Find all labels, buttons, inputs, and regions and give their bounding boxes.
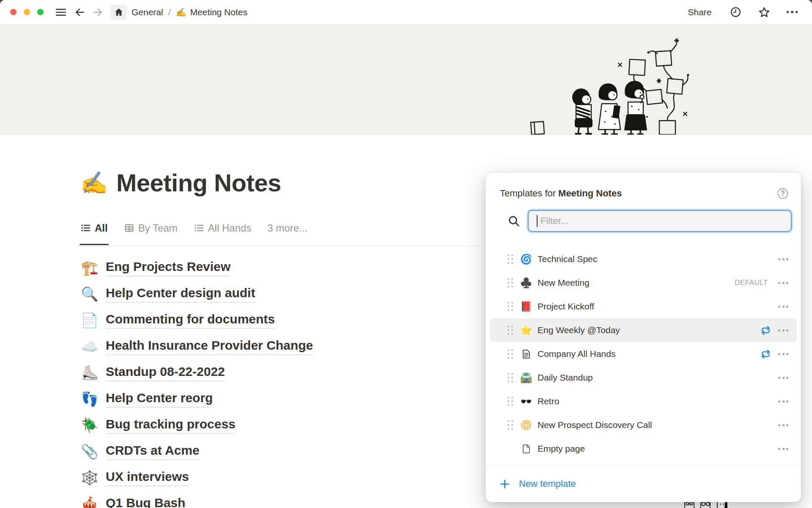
drag-handle-icon[interactable] (508, 302, 513, 311)
drag-handle-icon[interactable] (508, 326, 513, 335)
popover-title: Templates forMeeting Notes (500, 188, 622, 199)
template-icon: 📀 (520, 420, 532, 430)
page-link-item[interactable]: 🔍 Help Center design audit (80, 281, 255, 307)
row-more-options-icon[interactable] (778, 306, 788, 308)
filter-input[interactable] (528, 210, 792, 232)
sidebar-toggle-icon[interactable] (55, 6, 67, 19)
page-cover (0, 24, 812, 135)
table-view-icon (124, 223, 134, 233)
page-item-emoji-icon: 🔍 (80, 287, 99, 301)
page-link-item[interactable]: 🎪 Q1 Bug Bash (80, 491, 185, 508)
page-item-emoji-icon: 🪲 (80, 418, 99, 432)
page-link-item[interactable]: 👣 Help Center reorg (80, 386, 213, 412)
back-arrow-icon[interactable] (74, 6, 86, 18)
drag-handle-icon[interactable] (508, 278, 513, 287)
help-icon[interactable] (776, 187, 789, 200)
search-icon (508, 215, 520, 227)
row-more-options-icon[interactable] (778, 377, 788, 379)
minimize-button[interactable] (24, 9, 30, 15)
row-more-options-icon[interactable] (778, 353, 788, 355)
tab-all[interactable]: All (80, 222, 108, 234)
page-item-title: Bug tracking process (106, 417, 236, 434)
tab-all-hands[interactable]: All Hands (194, 222, 252, 234)
page-item-title: Health Insurance Provider Change (106, 338, 313, 355)
forward-arrow-icon[interactable] (92, 6, 104, 18)
template-row[interactable]: 📕 Project Kickoff (490, 295, 797, 318)
template-label: Technical Spec (538, 254, 778, 264)
page-link-item[interactable]: ☁️ Health Insurance Provider Change (80, 334, 313, 360)
template-row[interactable]: 🕶️ Retro (490, 389, 797, 413)
more-tabs-button[interactable]: 3 more... (267, 222, 307, 234)
window-titlebar: General / ✍️ Meeting Notes Share (0, 0, 812, 24)
page-link-item[interactable]: 📄 Commenting for documents (80, 307, 275, 334)
template-label: Retro (538, 396, 778, 406)
page-item-emoji-icon: 🎪 (80, 497, 99, 508)
page-item-title: Q1 Bug Bash (106, 496, 185, 508)
breadcrumb: General / ✍️ Meeting Notes (132, 7, 247, 17)
drag-handle-icon[interactable] (508, 373, 513, 382)
page-item-title: Standup 08-22-2022 (106, 364, 225, 381)
history-clock-icon[interactable] (730, 6, 742, 18)
page-link-item[interactable]: ⛸️ Standup 08-22-2022 (80, 360, 225, 386)
list-view-icon (194, 223, 204, 233)
breadcrumb-separator: / (167, 7, 172, 17)
drag-handle-icon[interactable] (508, 254, 513, 264)
page-item-title: UX interviews (106, 469, 189, 486)
template-row[interactable]: Company All Hands (490, 342, 797, 366)
text-caret (537, 215, 538, 227)
repeat-icon (760, 348, 771, 360)
template-row[interactable]: 🛣️ Daily Standup (490, 366, 797, 389)
share-button[interactable]: Share (688, 7, 711, 17)
cover-illustration (432, 35, 703, 135)
template-icon (520, 349, 532, 359)
page-title: Meeting Notes (116, 169, 281, 196)
row-more-options-icon[interactable] (778, 448, 788, 450)
template-row[interactable]: ⭐ Eng Weekly @Today (490, 318, 797, 342)
row-more-options-icon[interactable] (778, 400, 788, 403)
row-more-options-icon[interactable] (778, 258, 788, 260)
filter-input-wrap (528, 210, 792, 232)
page-item-emoji-icon: 📄 (80, 313, 99, 327)
drag-handle-icon[interactable] (508, 397, 513, 406)
breadcrumb-page[interactable]: Meeting Notes (190, 7, 247, 17)
page-item-emoji-icon: 👣 (80, 392, 99, 406)
home-button[interactable] (110, 5, 127, 20)
row-more-options-icon[interactable] (778, 329, 788, 331)
template-row[interactable]: 🌀 Technical Spec (490, 247, 797, 271)
new-template-button[interactable]: New template (486, 466, 801, 502)
template-label: Project Kickoff (538, 301, 778, 312)
page-link-item[interactable]: 🕸️ UX interviews (80, 465, 189, 491)
template-icon (520, 444, 532, 454)
template-icon: 🛣️ (520, 373, 532, 383)
traffic-lights (10, 9, 44, 15)
zoom-button[interactable] (37, 9, 44, 15)
page-title-emoji-icon[interactable]: ✍️ (80, 172, 108, 194)
template-icon: 🕶️ (520, 397, 532, 406)
row-more-options-icon[interactable] (778, 424, 788, 426)
page-link-item[interactable]: 🪲 Bug tracking process (80, 412, 236, 439)
close-button[interactable] (10, 9, 16, 15)
page-icon (521, 444, 532, 454)
template-row[interactable]: ♣️ New Meeting DEFAULT (490, 271, 797, 295)
template-label: New Prospect Discovery Call (538, 420, 778, 430)
page-item-title: Help Center design audit (106, 286, 255, 303)
template-list: 🌀 Technical Spec ♣️ New Meeting DEFAULT … (486, 232, 801, 462)
popover-search-row (486, 210, 801, 232)
template-label: Daily Standup (538, 373, 778, 383)
template-label: Empty page (538, 444, 778, 454)
more-options-icon[interactable] (787, 11, 798, 14)
favorite-star-icon[interactable] (758, 6, 771, 19)
default-badge: DEFAULT (735, 279, 768, 287)
template-label: Company All Hands (538, 349, 760, 359)
tab-by-team[interactable]: By Team (124, 222, 178, 234)
page-link-item[interactable]: 📎 CRDTs at Acme (80, 439, 200, 465)
page-item-title: Commenting for documents (106, 312, 275, 329)
drag-handle-icon[interactable] (508, 420, 513, 430)
templates-popover: Templates forMeeting Notes 🌀 Technical S… (486, 173, 801, 502)
page-link-item[interactable]: 🏗️ Eng Projects Review (80, 255, 230, 281)
row-more-options-icon[interactable] (778, 282, 788, 284)
drag-handle-icon[interactable] (508, 349, 513, 359)
breadcrumb-root[interactable]: General (132, 7, 163, 17)
template-row[interactable]: 📀 New Prospect Discovery Call (490, 413, 797, 437)
template-row[interactable]: Empty page (490, 437, 797, 461)
